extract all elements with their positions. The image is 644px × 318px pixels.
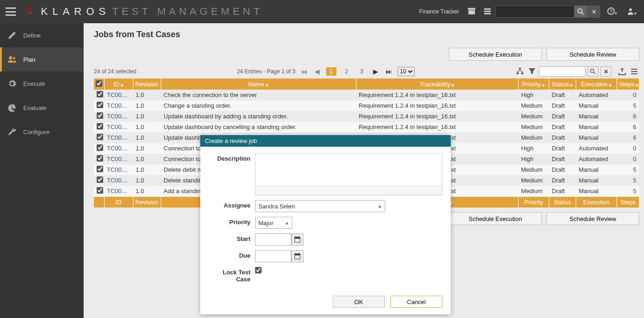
testcase-id-link[interactable]: TC00024 xyxy=(107,91,131,98)
revision-cell: 1.0 xyxy=(133,111,161,122)
svg-point-10 xyxy=(629,8,632,11)
traceability-cell: Requirement 1.2.4 in testplan_16.txt xyxy=(356,111,519,122)
next-page-icon[interactable]: ▶ xyxy=(372,68,380,75)
prev-page-icon[interactable]: ◀ xyxy=(313,68,322,75)
sidebar-item-execute[interactable]: Execute xyxy=(0,71,84,96)
testcase-id-link[interactable]: TC00021 xyxy=(107,123,131,130)
status-cell: Draft xyxy=(549,164,576,175)
testcase-id-link[interactable]: TC00023 xyxy=(107,102,131,109)
description-textarea[interactable] xyxy=(255,153,442,187)
steps-link[interactable]: 5 xyxy=(620,188,637,195)
due-date-input[interactable] xyxy=(255,250,291,262)
col-checkbox[interactable] xyxy=(94,78,104,90)
export-icon[interactable] xyxy=(617,66,627,77)
row-checkbox[interactable] xyxy=(97,91,103,97)
global-search-button[interactable] xyxy=(574,6,587,18)
row-checkbox[interactable] xyxy=(97,187,103,194)
col-traceability[interactable]: Traceability◆ xyxy=(356,78,519,90)
testcase-id-link[interactable]: TC00017 xyxy=(107,166,131,173)
row-checkbox[interactable] xyxy=(97,134,103,140)
steps-link[interactable]: 6 xyxy=(620,123,637,130)
start-date-input[interactable] xyxy=(255,234,291,246)
status-cell: Draft xyxy=(549,154,576,164)
page-3[interactable]: 3 xyxy=(356,67,367,76)
execution-cell: Manual xyxy=(576,100,617,111)
sidebar-item-define[interactable]: Define xyxy=(0,23,84,47)
row-checkbox[interactable] xyxy=(97,155,103,162)
archive-icon[interactable] xyxy=(467,8,477,16)
menu-icon[interactable] xyxy=(629,66,639,77)
assignee-select[interactable]: Sandra Selen xyxy=(255,200,385,212)
start-date-picker-button[interactable] xyxy=(291,234,303,246)
row-checkbox[interactable] xyxy=(97,144,103,151)
steps-link[interactable]: 5 xyxy=(620,102,637,109)
testcase-id-link[interactable]: TC00019 xyxy=(107,145,131,152)
priority-cell: High xyxy=(519,90,549,100)
first-page-icon[interactable]: ⏮ xyxy=(300,68,309,75)
ok-button[interactable]: OK xyxy=(333,296,385,308)
sidebar-item-plan[interactable]: Plan xyxy=(0,47,84,71)
list-icon[interactable] xyxy=(482,8,493,16)
select-all-checkbox[interactable] xyxy=(96,80,102,87)
schedule-execution-button-bottom[interactable]: Schedule Execution xyxy=(449,212,542,225)
col-revision[interactable]: Revision xyxy=(133,78,161,90)
svg-rect-13 xyxy=(519,68,521,70)
col-priority[interactable]: Priority◆ xyxy=(519,78,549,90)
help-icon[interactable]: ?▾ xyxy=(607,7,617,16)
steps-link[interactable]: 0 xyxy=(620,145,637,152)
user-menu-icon[interactable]: ▾ xyxy=(626,7,637,16)
project-name: Finance Tracker xyxy=(419,8,459,15)
row-checkbox[interactable] xyxy=(97,112,103,119)
sidebar-item-evaluate[interactable]: Evaluate xyxy=(0,96,84,120)
steps-link[interactable]: 5 xyxy=(620,166,637,173)
table-search-input[interactable] xyxy=(539,66,585,77)
col-status[interactable]: Status◆ xyxy=(549,78,576,90)
entries-text: 24 Entries - Page 1 of 3 xyxy=(237,68,296,75)
page-2[interactable]: 2 xyxy=(341,67,352,76)
steps-link[interactable]: 5 xyxy=(620,177,637,184)
page-size-select[interactable]: 10 xyxy=(398,67,414,76)
page-1[interactable]: 1 xyxy=(326,67,337,76)
col-execution[interactable]: Execution◆ xyxy=(576,78,617,90)
cancel-button[interactable]: Cancel xyxy=(390,296,442,308)
sidebar-item-configure[interactable]: Configure xyxy=(0,120,84,144)
hamburger-icon[interactable] xyxy=(5,6,17,18)
testcase-id-link[interactable]: TC00020 xyxy=(107,134,131,141)
svg-text:?: ? xyxy=(609,9,612,14)
svg-point-11 xyxy=(9,56,12,59)
revision-cell: 1.0 xyxy=(133,186,161,196)
table-header-row: ID◆ Revision Name◆ Traceability◆ Priorit… xyxy=(94,78,639,90)
priority-select[interactable]: Major xyxy=(255,217,292,229)
svg-line-7 xyxy=(582,13,584,14)
steps-link[interactable]: 6 xyxy=(620,134,637,141)
execution-cell: Manual xyxy=(576,186,617,196)
table-search-clear[interactable]: ✕ xyxy=(600,66,611,77)
schedule-execution-button[interactable]: Schedule Execution xyxy=(449,48,542,61)
testcase-id-link[interactable]: TC00022 xyxy=(107,113,131,120)
steps-link[interactable]: 6 xyxy=(620,113,637,120)
svg-point-0 xyxy=(27,7,33,13)
steps-link[interactable]: 0 xyxy=(620,156,637,162)
table-search-button[interactable] xyxy=(587,66,598,77)
due-date-picker-button[interactable] xyxy=(291,250,303,262)
testcase-id-link[interactable]: TC00016 xyxy=(107,177,131,184)
col-id[interactable]: ID◆ xyxy=(104,78,133,90)
col-name[interactable]: Name◆ xyxy=(161,78,356,90)
sidebar-label: Evaluate xyxy=(23,104,47,111)
last-page-icon[interactable]: ⏭ xyxy=(385,68,393,75)
row-checkbox[interactable] xyxy=(97,176,103,183)
schedule-review-button[interactable]: Schedule Review xyxy=(546,48,639,61)
filter-icon[interactable] xyxy=(527,66,537,77)
row-checkbox[interactable] xyxy=(97,166,103,172)
lock-testcase-checkbox[interactable] xyxy=(255,267,262,273)
row-checkbox[interactable] xyxy=(97,123,103,130)
steps-link[interactable]: 0 xyxy=(620,91,637,98)
global-search-input[interactable] xyxy=(495,6,574,18)
global-search-clear[interactable]: ✕ xyxy=(587,6,600,18)
schedule-review-button-bottom[interactable]: Schedule Review xyxy=(546,212,639,225)
testcase-id-link[interactable]: TC00015 xyxy=(107,188,131,195)
row-checkbox[interactable] xyxy=(97,102,103,108)
hierarchy-icon[interactable] xyxy=(515,66,525,77)
col-steps[interactable]: Steps◆ xyxy=(617,78,639,90)
testcase-id-link[interactable]: TC00018 xyxy=(107,156,131,162)
